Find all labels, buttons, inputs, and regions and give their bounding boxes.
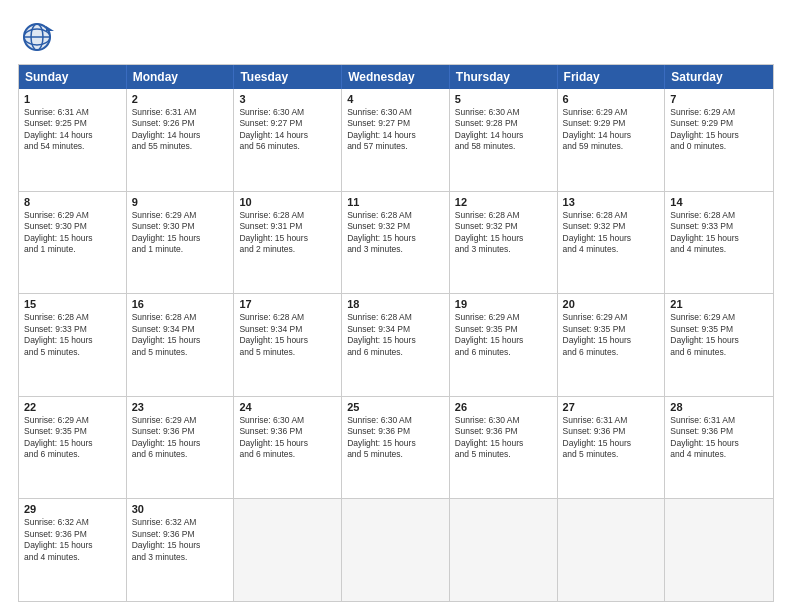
- cell-info: Sunrise: 6:30 AM Sunset: 9:36 PM Dayligh…: [239, 415, 336, 461]
- header: [18, 18, 774, 56]
- calendar-cell: 10Sunrise: 6:28 AM Sunset: 9:31 PM Dayli…: [234, 192, 342, 294]
- weekday-header: Tuesday: [234, 65, 342, 89]
- calendar-cell: 27Sunrise: 6:31 AM Sunset: 9:36 PM Dayli…: [558, 397, 666, 499]
- cell-info: Sunrise: 6:30 AM Sunset: 9:27 PM Dayligh…: [347, 107, 444, 153]
- day-number: 4: [347, 93, 444, 105]
- cell-info: Sunrise: 6:28 AM Sunset: 9:31 PM Dayligh…: [239, 210, 336, 256]
- logo: [18, 18, 62, 56]
- cell-info: Sunrise: 6:29 AM Sunset: 9:35 PM Dayligh…: [563, 312, 660, 358]
- day-number: 27: [563, 401, 660, 413]
- cell-info: Sunrise: 6:29 AM Sunset: 9:29 PM Dayligh…: [670, 107, 768, 153]
- cell-info: Sunrise: 6:28 AM Sunset: 9:32 PM Dayligh…: [563, 210, 660, 256]
- cell-info: Sunrise: 6:28 AM Sunset: 9:32 PM Dayligh…: [455, 210, 552, 256]
- weekday-header: Thursday: [450, 65, 558, 89]
- calendar-row: 22Sunrise: 6:29 AM Sunset: 9:35 PM Dayli…: [19, 396, 773, 499]
- logo-icon: [18, 18, 56, 56]
- weekday-header: Saturday: [665, 65, 773, 89]
- cell-info: Sunrise: 6:32 AM Sunset: 9:36 PM Dayligh…: [24, 517, 121, 563]
- calendar-row: 8Sunrise: 6:29 AM Sunset: 9:30 PM Daylig…: [19, 191, 773, 294]
- day-number: 14: [670, 196, 768, 208]
- cell-info: Sunrise: 6:28 AM Sunset: 9:34 PM Dayligh…: [132, 312, 229, 358]
- weekday-header: Sunday: [19, 65, 127, 89]
- calendar-cell: 6Sunrise: 6:29 AM Sunset: 9:29 PM Daylig…: [558, 89, 666, 191]
- cell-info: Sunrise: 6:30 AM Sunset: 9:28 PM Dayligh…: [455, 107, 552, 153]
- calendar-row: 1Sunrise: 6:31 AM Sunset: 9:25 PM Daylig…: [19, 89, 773, 191]
- cell-info: Sunrise: 6:28 AM Sunset: 9:33 PM Dayligh…: [24, 312, 121, 358]
- calendar-cell: 20Sunrise: 6:29 AM Sunset: 9:35 PM Dayli…: [558, 294, 666, 396]
- cell-info: Sunrise: 6:28 AM Sunset: 9:34 PM Dayligh…: [347, 312, 444, 358]
- day-number: 5: [455, 93, 552, 105]
- calendar-cell: 15Sunrise: 6:28 AM Sunset: 9:33 PM Dayli…: [19, 294, 127, 396]
- calendar-cell: 18Sunrise: 6:28 AM Sunset: 9:34 PM Dayli…: [342, 294, 450, 396]
- calendar-cell: 14Sunrise: 6:28 AM Sunset: 9:33 PM Dayli…: [665, 192, 773, 294]
- day-number: 3: [239, 93, 336, 105]
- day-number: 9: [132, 196, 229, 208]
- calendar-cell: 8Sunrise: 6:29 AM Sunset: 9:30 PM Daylig…: [19, 192, 127, 294]
- day-number: 29: [24, 503, 121, 515]
- calendar-cell: 26Sunrise: 6:30 AM Sunset: 9:36 PM Dayli…: [450, 397, 558, 499]
- calendar-cell: 25Sunrise: 6:30 AM Sunset: 9:36 PM Dayli…: [342, 397, 450, 499]
- day-number: 22: [24, 401, 121, 413]
- cell-info: Sunrise: 6:29 AM Sunset: 9:35 PM Dayligh…: [24, 415, 121, 461]
- calendar: SundayMondayTuesdayWednesdayThursdayFrid…: [18, 64, 774, 602]
- calendar-cell: 2Sunrise: 6:31 AM Sunset: 9:26 PM Daylig…: [127, 89, 235, 191]
- calendar-cell: 3Sunrise: 6:30 AM Sunset: 9:27 PM Daylig…: [234, 89, 342, 191]
- cell-info: Sunrise: 6:31 AM Sunset: 9:25 PM Dayligh…: [24, 107, 121, 153]
- day-number: 15: [24, 298, 121, 310]
- day-number: 11: [347, 196, 444, 208]
- calendar-cell: 7Sunrise: 6:29 AM Sunset: 9:29 PM Daylig…: [665, 89, 773, 191]
- calendar-cell: 4Sunrise: 6:30 AM Sunset: 9:27 PM Daylig…: [342, 89, 450, 191]
- calendar-cell: 1Sunrise: 6:31 AM Sunset: 9:25 PM Daylig…: [19, 89, 127, 191]
- calendar-cell: [234, 499, 342, 601]
- cell-info: Sunrise: 6:30 AM Sunset: 9:36 PM Dayligh…: [455, 415, 552, 461]
- weekday-header: Friday: [558, 65, 666, 89]
- weekday-header: Wednesday: [342, 65, 450, 89]
- cell-info: Sunrise: 6:31 AM Sunset: 9:36 PM Dayligh…: [670, 415, 768, 461]
- cell-info: Sunrise: 6:29 AM Sunset: 9:30 PM Dayligh…: [132, 210, 229, 256]
- cell-info: Sunrise: 6:30 AM Sunset: 9:36 PM Dayligh…: [347, 415, 444, 461]
- day-number: 1: [24, 93, 121, 105]
- day-number: 25: [347, 401, 444, 413]
- calendar-row: 29Sunrise: 6:32 AM Sunset: 9:36 PM Dayli…: [19, 498, 773, 601]
- cell-info: Sunrise: 6:31 AM Sunset: 9:36 PM Dayligh…: [563, 415, 660, 461]
- calendar-cell: 9Sunrise: 6:29 AM Sunset: 9:30 PM Daylig…: [127, 192, 235, 294]
- cell-info: Sunrise: 6:29 AM Sunset: 9:35 PM Dayligh…: [455, 312, 552, 358]
- calendar-cell: 29Sunrise: 6:32 AM Sunset: 9:36 PM Dayli…: [19, 499, 127, 601]
- weekday-header: Monday: [127, 65, 235, 89]
- day-number: 21: [670, 298, 768, 310]
- day-number: 28: [670, 401, 768, 413]
- calendar-cell: 28Sunrise: 6:31 AM Sunset: 9:36 PM Dayli…: [665, 397, 773, 499]
- calendar-cell: 12Sunrise: 6:28 AM Sunset: 9:32 PM Dayli…: [450, 192, 558, 294]
- day-number: 6: [563, 93, 660, 105]
- day-number: 20: [563, 298, 660, 310]
- day-number: 10: [239, 196, 336, 208]
- calendar-row: 15Sunrise: 6:28 AM Sunset: 9:33 PM Dayli…: [19, 293, 773, 396]
- day-number: 13: [563, 196, 660, 208]
- day-number: 19: [455, 298, 552, 310]
- cell-info: Sunrise: 6:29 AM Sunset: 9:35 PM Dayligh…: [670, 312, 768, 358]
- cell-info: Sunrise: 6:28 AM Sunset: 9:32 PM Dayligh…: [347, 210, 444, 256]
- calendar-cell: [450, 499, 558, 601]
- day-number: 17: [239, 298, 336, 310]
- cell-info: Sunrise: 6:29 AM Sunset: 9:30 PM Dayligh…: [24, 210, 121, 256]
- cell-info: Sunrise: 6:32 AM Sunset: 9:36 PM Dayligh…: [132, 517, 229, 563]
- cell-info: Sunrise: 6:31 AM Sunset: 9:26 PM Dayligh…: [132, 107, 229, 153]
- calendar-cell: 22Sunrise: 6:29 AM Sunset: 9:35 PM Dayli…: [19, 397, 127, 499]
- cell-info: Sunrise: 6:30 AM Sunset: 9:27 PM Dayligh…: [239, 107, 336, 153]
- day-number: 7: [670, 93, 768, 105]
- calendar-cell: 13Sunrise: 6:28 AM Sunset: 9:32 PM Dayli…: [558, 192, 666, 294]
- calendar-cell: 30Sunrise: 6:32 AM Sunset: 9:36 PM Dayli…: [127, 499, 235, 601]
- day-number: 2: [132, 93, 229, 105]
- calendar-cell: [665, 499, 773, 601]
- calendar-cell: 5Sunrise: 6:30 AM Sunset: 9:28 PM Daylig…: [450, 89, 558, 191]
- calendar-cell: [342, 499, 450, 601]
- day-number: 12: [455, 196, 552, 208]
- day-number: 26: [455, 401, 552, 413]
- day-number: 8: [24, 196, 121, 208]
- calendar-cell: 21Sunrise: 6:29 AM Sunset: 9:35 PM Dayli…: [665, 294, 773, 396]
- calendar-header: SundayMondayTuesdayWednesdayThursdayFrid…: [19, 65, 773, 89]
- page: SundayMondayTuesdayWednesdayThursdayFrid…: [0, 0, 792, 612]
- day-number: 16: [132, 298, 229, 310]
- calendar-cell: 23Sunrise: 6:29 AM Sunset: 9:36 PM Dayli…: [127, 397, 235, 499]
- cell-info: Sunrise: 6:29 AM Sunset: 9:29 PM Dayligh…: [563, 107, 660, 153]
